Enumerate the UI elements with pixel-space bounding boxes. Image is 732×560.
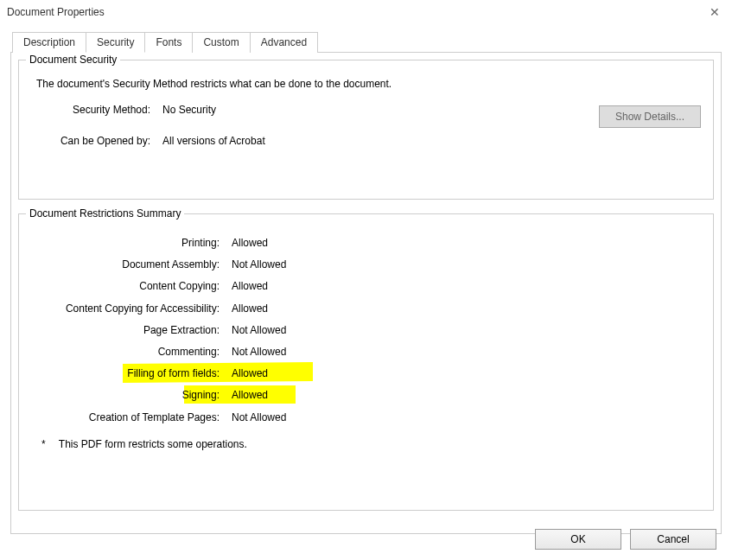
restrictions-footnote: * This PDF form restricts some operation… (41, 438, 703, 450)
restriction-label: Document Assembly: (29, 257, 220, 273)
tab-fonts[interactable]: Fonts (144, 32, 193, 53)
document-security-fieldset: Document Security The document's Securit… (18, 60, 714, 200)
tab-description[interactable]: Description (12, 32, 86, 53)
restriction-row-copying: Content Copying: Allowed (29, 278, 703, 295)
restriction-value: Not Allowed (232, 344, 286, 360)
tab-security[interactable]: Security (86, 32, 145, 53)
restriction-label: Content Copying for Accessibility: (29, 301, 220, 317)
tab-bar: Description Security Fonts Custom Advanc… (12, 31, 732, 52)
show-details-button[interactable]: Show Details... (599, 105, 701, 128)
restriction-value: Allowed (232, 278, 268, 295)
close-icon[interactable]: ✕ (704, 5, 725, 19)
restriction-label: Filling of form fields: (29, 366, 220, 382)
restriction-value: Not Allowed (232, 322, 286, 339)
restriction-label: Creation of Template Pages: (29, 410, 220, 426)
tab-advanced[interactable]: Advanced (250, 32, 318, 53)
restriction-label: Printing: (29, 235, 220, 251)
restrictions-legend: Document Restrictions Summary (26, 207, 184, 220)
restriction-row-assembly: Document Assembly: Not Allowed (29, 257, 703, 273)
security-description: The document's Security Method restricts… (36, 78, 703, 90)
restriction-row-extraction: Page Extraction: Not Allowed (29, 322, 703, 339)
opened-by-row: Can be Opened by: All versions of Acroba… (29, 135, 703, 147)
security-method-value: No Security (162, 104, 216, 116)
footnote-text: This PDF form restricts some operations. (59, 438, 247, 450)
restriction-value: Not Allowed (232, 410, 286, 426)
restriction-value: Allowed (232, 235, 268, 251)
restriction-label: Page Extraction: (29, 322, 220, 339)
restriction-value: Allowed (232, 301, 268, 317)
footnote-marker: * (41, 438, 46, 450)
restriction-row-filling: Filling of form fields: Allowed (29, 366, 703, 382)
restriction-label: Content Copying: (29, 278, 220, 295)
document-security-legend: Document Security (26, 54, 120, 66)
restriction-label: Commenting: (29, 344, 220, 360)
restriction-row-accessibility: Content Copying for Accessibility: Allow… (29, 301, 703, 317)
restriction-row-printing: Printing: Allowed (29, 235, 703, 251)
opened-by-value: All versions of Acrobat (162, 135, 265, 147)
restriction-value: Allowed (232, 366, 268, 382)
ok-button[interactable]: OK (535, 529, 621, 550)
cancel-button[interactable]: Cancel (630, 529, 716, 550)
restriction-value: Allowed (232, 387, 268, 404)
restriction-row-commenting: Commenting: Not Allowed (29, 344, 703, 360)
opened-by-label: Can be Opened by: (29, 135, 150, 147)
restriction-label: Signing: (29, 387, 220, 404)
titlebar: Document Properties ✕ (0, 0, 732, 24)
restriction-value: Not Allowed (232, 257, 286, 273)
restrictions-fieldset: Document Restrictions Summary Printing: … (18, 213, 714, 511)
tab-custom[interactable]: Custom (192, 32, 250, 53)
security-method-label: Security Method: (29, 104, 150, 116)
window-title: Document Properties (7, 6, 105, 18)
tab-content: Document Security The document's Securit… (10, 52, 722, 534)
restriction-row-signing: Signing: Allowed (29, 387, 703, 404)
dialog-footer: OK Cancel (535, 529, 716, 550)
restriction-row-templates: Creation of Template Pages: Not Allowed (29, 410, 703, 426)
